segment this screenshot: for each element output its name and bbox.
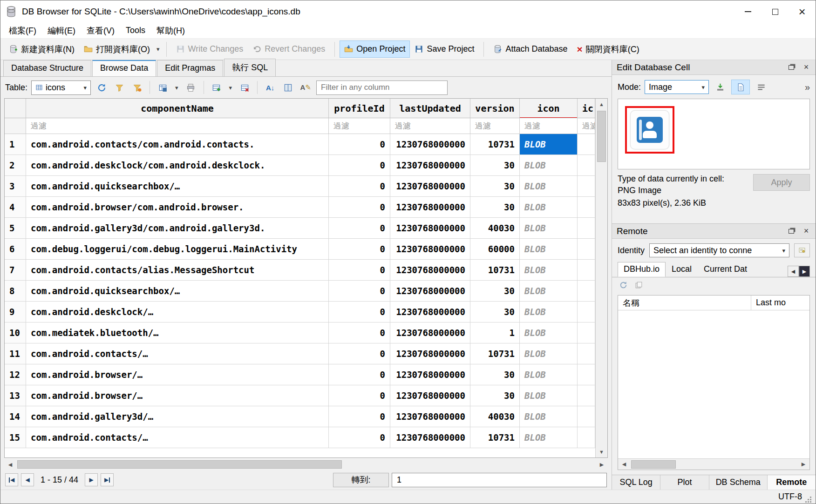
new-database-button[interactable]: 新建資料庫(N) — [4, 40, 79, 59]
profileId-cell[interactable]: 0 — [329, 197, 390, 218]
partial-cell[interactable] — [578, 239, 595, 260]
column-header-icon[interactable]: icon — [520, 99, 578, 118]
tab-edit-pragmas[interactable]: Edit Pragmas — [157, 60, 223, 76]
profileId-cell[interactable]: 0 — [329, 323, 390, 343]
partial-cell[interactable] — [578, 343, 595, 364]
remote-horizontal-scrollbar[interactable]: ◀ ▶ — [618, 458, 809, 470]
lastUpdated-cell[interactable]: 1230768000000 — [390, 197, 470, 218]
filter-profileId[interactable]: 過濾 — [329, 118, 390, 134]
tab-db-schema[interactable]: DB Schema — [709, 475, 768, 490]
edit-cell-button[interactable]: A✎ — [299, 81, 313, 94]
revert-changes-button[interactable]: Revert Changes — [248, 40, 330, 58]
componentName-cell[interactable]: com.android.contacts/… — [26, 427, 329, 448]
menu-edit[interactable]: 編輯(E) — [43, 23, 80, 38]
table-row[interactable]: 5com.android.gallery3d/com.android.galle… — [5, 218, 595, 239]
componentName-cell[interactable]: com.debug.loggerui/com.debug.loggerui.Ma… — [26, 239, 329, 260]
maximize-button[interactable] — [762, 2, 789, 21]
tab-scroll-left-icon[interactable]: ◀ — [788, 266, 799, 277]
tab-database-structure[interactable]: Database Structure — [3, 60, 91, 76]
float-panel-button[interactable] — [787, 227, 796, 236]
partial-cell[interactable] — [578, 302, 595, 323]
lastUpdated-cell[interactable]: 1230768000000 — [390, 218, 470, 239]
tab-scroll-right-icon[interactable]: ▶ — [799, 266, 810, 277]
partial-cell[interactable] — [578, 427, 595, 448]
componentName-cell[interactable]: com.android.contacts/alias.MessageShortc… — [26, 260, 329, 281]
refresh-button[interactable] — [95, 81, 109, 94]
profileId-cell[interactable]: 0 — [329, 176, 390, 197]
profileId-cell[interactable]: 0 — [329, 134, 390, 155]
componentName-cell[interactable]: com.android.gallery3d/com.android.galler… — [26, 218, 329, 239]
version-cell[interactable]: 30 — [470, 197, 520, 218]
profileId-cell[interactable]: 0 — [329, 155, 390, 176]
tab-remote[interactable]: Remote — [768, 475, 816, 490]
partial-cell[interactable] — [578, 281, 595, 302]
scroll-down-icon[interactable]: ▼ — [596, 446, 607, 457]
cell-image-preview[interactable] — [618, 99, 810, 169]
vertical-scrollbar[interactable]: ▲ ▼ — [595, 99, 607, 457]
componentName-cell[interactable]: com.android.browser/… — [26, 364, 329, 385]
icon-blob-cell[interactable]: BLOB — [520, 427, 578, 448]
resize-grip-icon[interactable] — [806, 497, 812, 504]
column-header-version[interactable]: version — [470, 99, 520, 118]
table-row[interactable]: 4com.android.browser/com.android.browser… — [5, 197, 595, 218]
word-wrap-button[interactable] — [754, 80, 768, 94]
icon-blob-cell[interactable]: BLOB — [520, 343, 578, 364]
componentName-cell[interactable]: com.android.browser/com.android.browser. — [26, 197, 329, 218]
remote-table-body[interactable] — [618, 310, 809, 458]
table-row[interactable]: 8com.android.quicksearchbox/…01230768000… — [5, 281, 595, 302]
menu-tools[interactable]: Tools — [121, 24, 150, 37]
profileId-cell[interactable]: 0 — [329, 260, 390, 281]
icon-blob-cell[interactable]: BLOB — [520, 218, 578, 239]
icon-blob-cell[interactable]: BLOB — [520, 302, 578, 323]
next-page-button[interactable]: ▶ — [85, 473, 98, 486]
tab-plot[interactable]: Plot — [660, 475, 709, 490]
import-certificate-button[interactable] — [794, 243, 810, 257]
lastUpdated-cell[interactable]: 1230768000000 — [390, 176, 470, 197]
lastUpdated-cell[interactable]: 1230768000000 — [390, 364, 470, 385]
version-cell[interactable]: 30 — [470, 155, 520, 176]
icon-blob-cell[interactable]: BLOB — [520, 239, 578, 260]
partial-cell[interactable] — [578, 197, 595, 218]
write-changes-button[interactable]: Write Changes — [171, 40, 248, 58]
profileId-cell[interactable]: 0 — [329, 364, 390, 385]
componentName-cell[interactable]: com.android.deskclock/… — [26, 302, 329, 323]
table-row[interactable]: 13com.android.browser/…0123076800000030B… — [5, 385, 595, 406]
version-cell[interactable]: 30 — [470, 176, 520, 197]
table-row[interactable]: 9com.android.deskclock/…0123076800000030… — [5, 302, 595, 323]
filter-componentName[interactable]: 過濾 — [26, 118, 329, 134]
profileId-cell[interactable]: 0 — [329, 385, 390, 406]
table-row[interactable]: 15com.android.contacts/…0123076800000010… — [5, 427, 595, 448]
remote-column-name[interactable]: 名稱 — [618, 296, 751, 310]
lastUpdated-cell[interactable]: 1230768000000 — [390, 427, 470, 448]
chevron-down-icon[interactable]: ▾ — [173, 84, 180, 91]
table-row[interactable]: 10com.mediatek.bluetooth/…01230768000000… — [5, 323, 595, 343]
filter-button[interactable] — [112, 81, 126, 94]
version-cell[interactable]: 40030 — [470, 406, 520, 427]
icon-blob-cell[interactable]: BLOB — [520, 134, 578, 155]
table-row[interactable]: 6com.debug.loggerui/com.debug.loggerui.M… — [5, 239, 595, 260]
profileId-cell[interactable]: 0 — [329, 406, 390, 427]
icon-blob-cell[interactable]: BLOB — [520, 385, 578, 406]
remote-clone-button[interactable] — [635, 281, 643, 291]
version-cell[interactable]: 10731 — [470, 134, 520, 155]
componentName-cell[interactable]: com.android.browser/… — [26, 385, 329, 406]
column-header-componentName[interactable]: componentName — [26, 99, 329, 118]
icon-blob-cell[interactable]: BLOB — [520, 281, 578, 302]
partial-cell[interactable] — [578, 176, 595, 197]
componentName-cell[interactable]: com.android.quicksearchbox/… — [26, 176, 329, 197]
remote-hscroll-thumb[interactable] — [631, 460, 676, 469]
vscroll-thumb[interactable] — [597, 111, 606, 162]
icon-blob-cell[interactable]: BLOB — [520, 197, 578, 218]
componentName-cell[interactable]: com.android.contacts/… — [26, 343, 329, 364]
componentName-cell[interactable]: com.android.contacts/com.android.contact… — [26, 134, 329, 155]
table-row[interactable]: 11com.android.contacts/…0123076800000010… — [5, 343, 595, 364]
icon-blob-cell[interactable]: BLOB — [520, 260, 578, 281]
menu-help[interactable]: 幫助(H) — [152, 23, 190, 38]
partial-cell[interactable] — [578, 406, 595, 427]
close-panel-button[interactable]: × — [802, 227, 811, 236]
lastUpdated-cell[interactable]: 1230768000000 — [390, 323, 470, 343]
scroll-left-icon[interactable]: ◀ — [618, 459, 630, 470]
lastUpdated-cell[interactable]: 1230768000000 — [390, 302, 470, 323]
sort-button[interactable]: A↓ — [263, 81, 277, 94]
minimize-button[interactable] — [734, 2, 762, 21]
